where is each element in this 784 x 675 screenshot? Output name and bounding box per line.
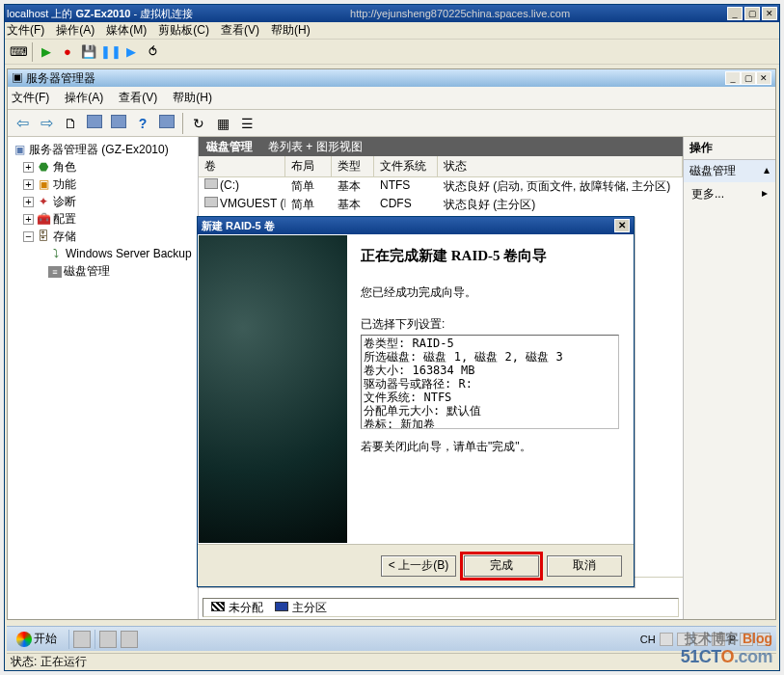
inner-menu-action[interactable]: 操作(A) bbox=[65, 90, 103, 106]
tree-roles[interactable]: +⬣角色 bbox=[10, 158, 196, 176]
shutdown-icon[interactable]: ● bbox=[58, 42, 77, 62]
start-button[interactable]: 开始 bbox=[9, 631, 65, 647]
col-layout[interactable]: 布局 bbox=[285, 156, 332, 176]
vm-menu-view[interactable]: 查看(V) bbox=[221, 22, 259, 39]
start-label: 开始 bbox=[34, 631, 57, 647]
cancel-button[interactable]: 取消 bbox=[547, 555, 622, 577]
volume-header-row: 卷 布局 类型 文件系统 状态 bbox=[199, 156, 683, 177]
vm-menu-file[interactable]: 文件(F) bbox=[7, 22, 44, 39]
volume-row[interactable]: (C:) 简单 基本 NTFS 状态良好 (启动, 页面文件, 故障转储, 主分… bbox=[199, 177, 683, 196]
ctrl-alt-del-icon[interactable]: ⌨ bbox=[9, 42, 28, 62]
vm-close-button[interactable]: ✕ bbox=[762, 7, 777, 20]
raid5-wizard-dialog[interactable]: 新建 RAID-5 卷 ✕ 正在完成新建 RAID-5 卷向导 您已经成功完成向… bbox=[197, 216, 635, 587]
forward-icon[interactable]: ⇨ bbox=[36, 113, 57, 134]
revert-icon[interactable]: ⥀ bbox=[143, 42, 162, 62]
disk-legend: 未分配 主分区 bbox=[203, 598, 679, 617]
wizard-close-hint: 若要关闭此向导，请单击"完成"。 bbox=[361, 439, 619, 455]
col-filesystem[interactable]: 文件系统 bbox=[374, 156, 438, 176]
vm-maximize-button[interactable]: ▢ bbox=[744, 7, 760, 20]
tree-diagnostics[interactable]: +✦诊断 bbox=[10, 193, 196, 210]
wizard-sidebar-image bbox=[199, 235, 347, 543]
tree-root[interactable]: ▣服务器管理器 (GZ-Ex2010) bbox=[10, 141, 196, 158]
taskbar-item-server-manager[interactable] bbox=[121, 631, 138, 648]
quicklaunch-server-manager-icon[interactable] bbox=[73, 631, 91, 648]
volume-row[interactable]: VMGUEST (D:) 简单 基本 CDFS 状态良好 (主分区) bbox=[199, 196, 683, 214]
vm-menu-help[interactable]: 帮助(H) bbox=[271, 22, 311, 39]
legend-unalloc-swatch bbox=[211, 602, 225, 611]
inner-menu-view[interactable]: 查看(V) bbox=[119, 90, 157, 106]
settings-icon[interactable]: ▦ bbox=[212, 113, 233, 134]
wizard-done-text: 您已经成功完成向导。 bbox=[361, 284, 619, 301]
wizard-settings-box[interactable]: 卷类型: RAID-5 所选磁盘: 磁盘 1, 磁盘 2, 磁盘 3 卷大小: … bbox=[361, 335, 619, 429]
tree-diskmgmt[interactable]: ≡磁盘管理 bbox=[10, 262, 196, 280]
vm-url-hint: http://yejunsheng870225china.spaces.live… bbox=[193, 8, 727, 19]
detail-icon[interactable]: 🗋 bbox=[60, 113, 81, 134]
inner-titlebar[interactable]: ▣ 服务器管理器 _ ▢ ✕ bbox=[8, 69, 775, 87]
panel-title: 磁盘管理 bbox=[206, 139, 253, 155]
grid2-icon[interactable] bbox=[108, 113, 129, 134]
refresh-icon[interactable]: ↻ bbox=[188, 113, 209, 134]
wizard-titlebar[interactable]: 新建 RAID-5 卷 ✕ bbox=[198, 217, 634, 234]
vm-title-host: GZ-Ex2010 bbox=[76, 8, 131, 19]
vm-toolbar: ⌨ ▶ ● 💾 ❚❚ ▶ ⥀ bbox=[5, 40, 779, 65]
vm-minimize-button[interactable]: _ bbox=[727, 7, 743, 20]
finish-button[interactable]: 完成 bbox=[464, 555, 539, 577]
col-status[interactable]: 状态 bbox=[438, 156, 683, 176]
tree-wsb[interactable]: ⤵Windows Server Backup bbox=[10, 245, 196, 262]
inner-menu-file[interactable]: 文件(F) bbox=[12, 90, 49, 106]
inner-menubar: 文件(F) 操作(A) 查看(V) 帮助(H) bbox=[8, 87, 775, 110]
save-icon[interactable]: 💾 bbox=[79, 42, 98, 62]
vm-menu-media[interactable]: 媒体(M) bbox=[106, 22, 147, 39]
tree-features[interactable]: +▣功能 bbox=[10, 176, 196, 193]
col-volume[interactable]: 卷 bbox=[199, 156, 285, 176]
windows-orb-icon bbox=[16, 632, 32, 647]
grid3-icon[interactable] bbox=[156, 113, 177, 134]
vm-menu-action[interactable]: 操作(A) bbox=[56, 22, 95, 39]
reset-icon[interactable]: ▶ bbox=[122, 42, 141, 62]
wizard-close-button[interactable]: ✕ bbox=[614, 219, 630, 232]
tree-configuration[interactable]: +🧰配置 bbox=[10, 210, 196, 228]
nav-tree[interactable]: ▣服务器管理器 (GZ-Ex2010) +⬣角色 +▣功能 +✦诊断 +🧰配置 … bbox=[8, 137, 199, 619]
panel-subtitle: 卷列表 + 图形视图 bbox=[268, 139, 363, 155]
actions-header: 操作 bbox=[684, 137, 775, 160]
actions-subheader[interactable]: 磁盘管理 ▴ bbox=[684, 160, 775, 182]
inner-minimize-button[interactable]: _ bbox=[725, 71, 741, 85]
cd-icon bbox=[204, 197, 218, 207]
server-manager-title: ▣ 服务器管理器 bbox=[12, 70, 95, 87]
ime-mode-icon[interactable] bbox=[660, 633, 673, 646]
start-icon[interactable]: ▶ bbox=[37, 42, 56, 62]
vm-title-prefix: localhost 上的 bbox=[7, 8, 76, 19]
vm-status-bar: 状态: 正在运行 bbox=[7, 653, 776, 668]
inner-menu-help[interactable]: 帮助(H) bbox=[173, 90, 212, 106]
inner-maximize-button[interactable]: ▢ bbox=[741, 71, 756, 85]
wizard-selected-label: 已选择下列设置: bbox=[361, 316, 619, 333]
inner-toolbar: ⇦ ⇨ 🗋 ? ↻ ▦ ☰ bbox=[8, 110, 775, 137]
list-icon[interactable]: ☰ bbox=[236, 113, 257, 134]
back-button[interactable]: < 上一步(B) bbox=[381, 555, 456, 577]
wizard-title: 新建 RAID-5 卷 bbox=[202, 219, 275, 233]
vm-title-suffix: - 虚拟机连接 bbox=[130, 8, 193, 19]
wizard-heading: 正在完成新建 RAID-5 卷向导 bbox=[361, 247, 619, 265]
ime-lang[interactable]: CH bbox=[640, 634, 656, 645]
actions-more[interactable]: 更多...▸ bbox=[684, 182, 775, 206]
pause-icon[interactable]: ❚❚ bbox=[100, 42, 120, 62]
watermark-site: 51CTO.com bbox=[681, 647, 772, 667]
watermark-blog: 技术博客 Blog bbox=[685, 631, 772, 648]
vm-menubar: 文件(F) 操作(A) 媒体(M) 剪贴板(C) 查看(V) 帮助(H) bbox=[5, 22, 779, 40]
col-type[interactable]: 类型 bbox=[332, 156, 374, 176]
tree-storage[interactable]: −🗄存储 bbox=[10, 228, 196, 245]
drive-icon bbox=[204, 178, 218, 189]
grid1-icon[interactable] bbox=[84, 113, 105, 134]
legend-primary-swatch bbox=[275, 602, 288, 611]
vm-titlebar[interactable]: localhost 上的 GZ-Ex2010 - 虚拟机连接 http://ye… bbox=[5, 5, 779, 22]
taskbar[interactable]: 开始 CH P bbox=[7, 626, 776, 651]
inner-close-button[interactable]: ✕ bbox=[756, 71, 771, 85]
taskbar-item-explorer[interactable] bbox=[99, 631, 117, 648]
back-icon[interactable]: ⇦ bbox=[12, 113, 33, 134]
help-icon[interactable]: ? bbox=[132, 113, 153, 134]
actions-pane: 操作 磁盘管理 ▴ 更多...▸ bbox=[683, 137, 775, 619]
vm-menu-clip[interactable]: 剪贴板(C) bbox=[158, 22, 209, 39]
